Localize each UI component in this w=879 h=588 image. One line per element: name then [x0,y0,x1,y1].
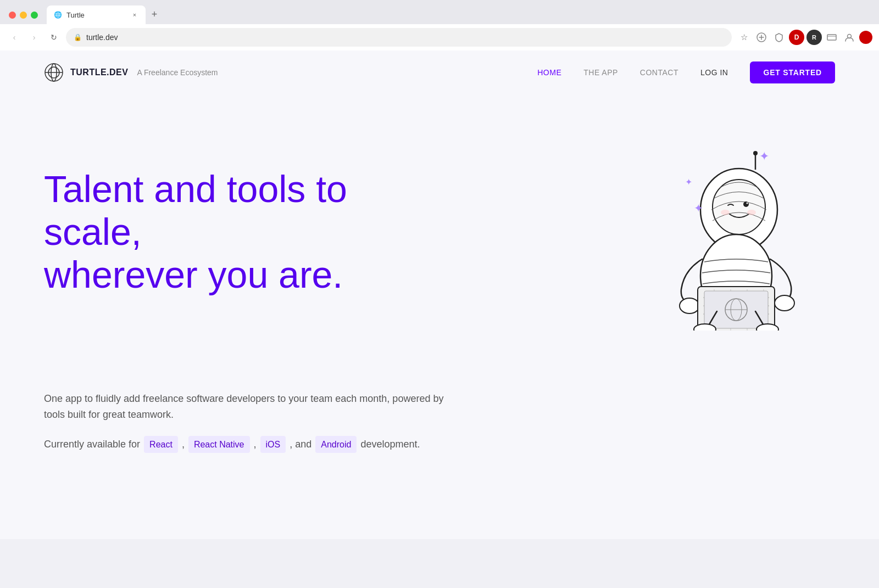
tab-favicon-icon: 🌐 [53,10,62,19]
star-decoration-1: ✦ [759,149,769,164]
tech-badge-ios: iOS [260,436,286,453]
svg-point-17 [775,295,794,311]
reload-icon: ↻ [51,33,57,42]
astronaut-illustration [654,144,819,331]
cast-icon[interactable] [824,30,839,45]
tech-suffix-text: development. [360,439,420,450]
tab-close-button[interactable]: × [130,10,139,19]
browser-tab[interactable]: 🌐 Turtle × [47,5,146,24]
shield-icon[interactable] [771,30,787,45]
browser-chrome: 🌐 Turtle × + ‹ › ↻ 🔒 turtle.dev ☆ [0,0,879,51]
nav-links: HOME THE APP CONTACT LOG IN GET STARTED [537,61,835,83]
close-window-button[interactable] [9,12,16,19]
hero-title-line2: wherever you are. [44,254,343,295]
nav-brand: TURTLE.DEV A Freelance Ecosystem [44,63,218,82]
hero-title: Talent and tools to scale, wherever you … [44,167,429,296]
hero-section: Talent and tools to scale, wherever you … [0,94,879,369]
minimize-window-button[interactable] [20,12,27,19]
svg-point-13 [721,210,730,215]
tech-and-text: and [295,439,311,450]
svg-point-16 [680,298,699,313]
extension-r-icon[interactable]: R [806,30,822,45]
nav-cta-button[interactable]: GET STARTED [750,61,835,83]
tech-badge-react: React [144,436,178,453]
red-dot-icon [859,31,872,44]
toolbar-icons: ☆ D R [736,30,872,45]
lock-icon: 🔒 [74,33,82,41]
brand-name-text: TURTLE.DEV [70,68,128,77]
star-decoration-3: ✦ [694,201,703,215]
new-tab-button[interactable]: + [147,7,162,22]
nav-link-app[interactable]: THE APP [583,68,618,77]
hero-illustration: ✦ ✦ ✦ [637,138,835,336]
tech-intro-text: Currently available for [44,439,140,450]
star-decoration-2: ✦ [685,177,692,187]
tech-badge-android: Android [315,436,357,453]
grammarly-icon[interactable] [754,30,769,45]
svg-rect-1 [827,35,836,40]
nav-link-contact[interactable]: CONTACT [640,68,678,77]
forward-icon: › [33,33,36,42]
browser-toolbar: ‹ › ↻ 🔒 turtle.dev ☆ D [0,24,879,51]
dashlane-icon[interactable]: D [789,30,804,45]
reload-button[interactable]: ↻ [46,30,62,45]
description-paragraph: One app to fluidly add freelance softwar… [44,391,450,423]
svg-point-10 [753,151,758,155]
traffic-lights [9,12,38,19]
address-bar[interactable]: 🔒 turtle.dev [66,28,732,47]
description-section: One app to fluidly add freelance softwar… [0,369,494,497]
user-icon[interactable] [842,30,857,45]
svg-point-12 [747,203,748,204]
address-url: turtle.dev [86,33,724,42]
site-nav: TURTLE.DEV A Freelance Ecosystem HOME TH… [0,51,879,94]
hero-title-line1: Talent and tools to scale, [44,168,347,253]
tab-title: Turtle [66,11,126,19]
maximize-window-button[interactable] [31,12,38,19]
svg-point-31 [756,324,778,331]
svg-point-8 [713,180,765,234]
website-content: TURTLE.DEV A Freelance Ecosystem HOME TH… [0,51,879,539]
nav-link-home[interactable]: HOME [537,68,561,77]
bookmark-icon[interactable]: ☆ [736,30,752,45]
tab-bar: 🌐 Turtle × + [47,5,870,24]
svg-point-11 [743,201,749,207]
tech-badge-react-native: React Native [188,436,250,453]
tech-availability-line: Currently available for React , React Na… [44,436,450,453]
brand-logo-icon [44,63,64,82]
svg-point-30 [694,324,716,331]
browser-titlebar: 🌐 Turtle × + [0,0,879,24]
back-button[interactable]: ‹ [7,30,22,45]
svg-point-14 [747,210,756,215]
nav-login-button[interactable]: LOG IN [700,68,728,77]
brand-tagline-text: A Freelance Ecosystem [137,68,218,77]
back-icon: ‹ [13,33,16,42]
hero-content: Talent and tools to scale, wherever you … [44,167,429,307]
forward-button[interactable]: › [26,30,42,45]
